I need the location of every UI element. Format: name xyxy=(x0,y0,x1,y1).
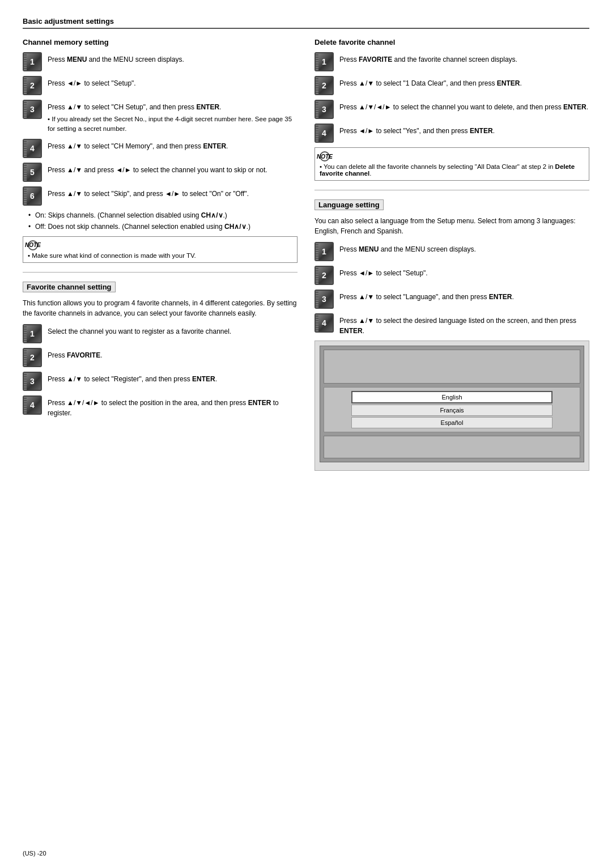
step-row: 3 Press ▲/▼ to select "CH Setup", and th… xyxy=(23,100,298,134)
step-row: 1 Press FAVORITE and the favorite channe… xyxy=(314,52,589,71)
left-column: Channel memory setting 1 Press MENU and … xyxy=(23,38,298,479)
bullet-on: On: Skips channels. (Channel selection d… xyxy=(28,210,298,220)
step-2-text: Press ◄/► to select "Setup". xyxy=(48,76,298,88)
step-4-num: 4 xyxy=(23,139,42,158)
lang-step-2-num: 2 xyxy=(314,266,334,285)
delete-favorite-title: Delete favorite channel xyxy=(314,38,589,46)
divider xyxy=(23,272,298,273)
step-6-text: Press ▲/▼ to select "Skip", and press ◄/… xyxy=(48,186,298,199)
channel-memory-title: Channel memory setting xyxy=(23,38,298,46)
del-step-2-num: 2 xyxy=(314,76,334,95)
delete-favorite-section: Delete favorite channel 1 Press FAVORITE… xyxy=(314,38,589,181)
channel-bullets: On: Skips channels. (Channel selection d… xyxy=(28,210,298,232)
lang-step-3-num: 3 xyxy=(314,290,334,309)
favorite-channel-title: Favorite channel setting xyxy=(23,282,116,292)
favorite-channel-section: Favorite channel setting This function a… xyxy=(23,282,298,418)
fav-step-1-text: Select the channel you want to register … xyxy=(48,324,298,337)
step-row: 3 Press ▲/▼/◄/► to select the channel yo… xyxy=(314,100,589,119)
step-row: 4 Press ▲/▼/◄/► to select the position i… xyxy=(23,395,298,418)
step-3-num: 3 xyxy=(23,100,42,119)
note-text: • Make sure what kind of connection is m… xyxy=(28,252,292,259)
step-row: 1 Select the channel you want to registe… xyxy=(23,324,298,343)
fav-step-4-text: Press ▲/▼/◄/► to select the position in … xyxy=(48,395,298,418)
lang-step-2-text: Press ◄/► to select "Setup". xyxy=(339,266,589,278)
step-1-num: 1 xyxy=(23,52,42,71)
step-5-text: Press ▲/▼ and press ◄/► to select the ch… xyxy=(48,163,298,175)
fav-step-1-num: 1 xyxy=(23,324,42,343)
lang-step-1-text: Press MENU and the MENU screen displays. xyxy=(339,242,589,254)
note-icon: NOTE xyxy=(28,240,38,250)
step-6-num: 6 xyxy=(23,186,42,206)
step-row: 2 Press FAVORITE. xyxy=(23,348,298,367)
fav-step-3-text: Press ▲/▼ to select "Register", and then… xyxy=(48,372,298,384)
step-row: 2 Press ▲/▼ to select "1 Data Clear", an… xyxy=(314,76,589,95)
del-step-3-num: 3 xyxy=(314,100,334,119)
fav-step-2-text: Press FAVORITE. xyxy=(48,348,298,360)
step-row: 4 Press ▲/▼ to select "CH Memory", and t… xyxy=(23,139,298,158)
lang-step-1-num: 1 xyxy=(314,242,334,261)
language-options-box: English Français Español xyxy=(324,387,580,432)
bullet-off: Off: Does not skip channels. (Channel se… xyxy=(28,222,298,232)
step-row: 4 Press ◄/► to select "Yes", and then pr… xyxy=(314,124,589,143)
step-row: 1 Press MENU and the MENU screen display… xyxy=(314,242,589,261)
lang-option-english: English xyxy=(351,391,552,403)
step-row: 4 Press ▲/▼ to select the desired langua… xyxy=(314,313,589,336)
fav-step-2-num: 2 xyxy=(23,348,42,367)
language-intro: You can also select a language from the … xyxy=(314,216,589,236)
step-row: 5 Press ▲/▼ and press ◄/► to select the … xyxy=(23,163,298,182)
step-row: 2 Press ◄/► to select "Setup". xyxy=(314,266,589,285)
note-icon: NOTE xyxy=(320,151,330,161)
step-row: 3 Press ▲/▼ to select "Register", and th… xyxy=(23,372,298,391)
step-row: 6 Press ▲/▼ to select "Skip", and press … xyxy=(23,186,298,206)
fav-step-4-num: 4 xyxy=(23,395,42,415)
favorite-intro: This function allows you to program 4 fa… xyxy=(23,298,298,318)
step-3-text: Press ▲/▼ to select "CH Setup", and then… xyxy=(48,100,298,134)
channel-memory-section: Channel memory setting 1 Press MENU and … xyxy=(23,38,298,263)
lang-step-3-text: Press ▲/▼ to select "Language", and then… xyxy=(339,290,589,302)
step-row: 3 Press ▲/▼ to select "Language", and th… xyxy=(314,290,589,309)
del-step-1-num: 1 xyxy=(314,52,334,71)
lang-step-4-num: 4 xyxy=(314,313,334,333)
step-row: 1 Press MENU and the MENU screen display… xyxy=(23,52,298,71)
page-title: Basic adjustment settings xyxy=(23,17,589,29)
del-step-4-text: Press ◄/► to select "Yes", and then pres… xyxy=(339,124,589,136)
delete-note: NOTE • You can delete all the favorite c… xyxy=(314,147,589,181)
step-row: 2 Press ◄/► to select "Setup". xyxy=(23,76,298,95)
fav-step-3-num: 3 xyxy=(23,372,42,391)
step-2-num: 2 xyxy=(23,76,42,95)
language-setting-title: Language setting xyxy=(314,199,384,210)
note-header: NOTE xyxy=(28,240,292,250)
del-step-2-text: Press ▲/▼ to select "1 Data Clear", and … xyxy=(339,76,589,88)
page-footer: (US) -20 xyxy=(23,850,46,857)
step-4-text: Press ▲/▼ to select "CH Memory", and the… xyxy=(48,139,298,151)
del-step-3-text: Press ▲/▼/◄/► to select the channel you … xyxy=(339,100,589,112)
step-5-num: 5 xyxy=(23,163,42,182)
lang-step-4-text: Press ▲/▼ to select the desired language… xyxy=(339,313,589,336)
note-header: NOTE xyxy=(320,151,584,161)
lang-option-french: Français xyxy=(351,405,552,416)
note-text: • You can delete all the favorite channe… xyxy=(320,163,584,177)
right-column: Delete favorite channel 1 Press FAVORITE… xyxy=(314,38,589,479)
step-1-text: Press MENU and the MENU screen displays. xyxy=(48,52,298,65)
del-step-4-num: 4 xyxy=(314,124,334,143)
del-step-1-text: Press FAVORITE and the favorite channel … xyxy=(339,52,589,65)
lang-option-spanish: Español xyxy=(351,417,552,428)
divider xyxy=(314,190,589,190)
channel-note: NOTE • Make sure what kind of connection… xyxy=(23,236,298,263)
language-setting-section: Language setting You can also select a l… xyxy=(314,199,589,471)
language-screen: English Français Español xyxy=(314,341,589,471)
